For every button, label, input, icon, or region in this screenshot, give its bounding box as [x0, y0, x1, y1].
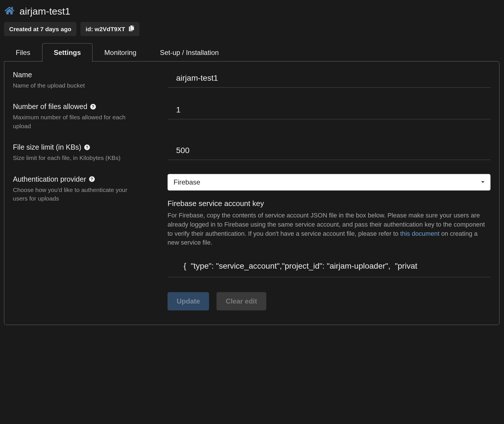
- numfiles-desc: Maximum number of files allowed for each…: [13, 113, 139, 130]
- id-chip: id: w2VdT9XT: [80, 22, 139, 36]
- created-at-chip: Created at 7 days ago: [4, 22, 76, 36]
- sizelimit-label: File size limit (in KBs): [13, 143, 81, 151]
- tabs: Files Settings Monitoring Set-up / Insta…: [4, 43, 501, 62]
- page-title: airjam-test1: [19, 6, 70, 17]
- numfiles-input[interactable]: [168, 101, 491, 119]
- settings-panel: Name Name of the upload bucket Number of…: [4, 61, 499, 325]
- tab-settings[interactable]: Settings: [42, 43, 93, 62]
- auth-desc: Choose how you'd like to authenticate yo…: [13, 186, 139, 203]
- name-desc: Name of the upload bucket: [13, 81, 139, 90]
- tab-monitoring[interactable]: Monitoring: [92, 43, 148, 62]
- numfiles-label: Number of files allowed: [13, 102, 87, 111]
- copy-icon[interactable]: [129, 25, 134, 33]
- created-at-text: Created at 7 days ago: [9, 26, 71, 33]
- name-label: Name: [13, 71, 162, 79]
- help-icon[interactable]: ?: [90, 104, 96, 110]
- name-input[interactable]: [168, 70, 491, 88]
- doc-link[interactable]: this document: [400, 230, 440, 237]
- help-icon[interactable]: ?: [89, 176, 95, 182]
- service-key-input[interactable]: [168, 247, 491, 277]
- sizelimit-desc: Size limit for each file, in Kilobytes (…: [13, 154, 139, 162]
- clear-edit-button[interactable]: Clear edit: [216, 292, 266, 310]
- service-key-desc: For Firebase, copy the contents of servi…: [168, 211, 491, 247]
- home-icon[interactable]: [5, 6, 14, 17]
- tab-setup[interactable]: Set-up / Installation: [148, 43, 230, 62]
- auth-label: Authentication provider: [13, 175, 86, 183]
- auth-provider-value: Firebase: [174, 178, 200, 186]
- service-key-heading: Firebase service account key: [168, 199, 491, 208]
- id-text: id: w2VdT9XT: [86, 26, 125, 33]
- tab-files[interactable]: Files: [4, 43, 42, 62]
- auth-provider-select[interactable]: Firebase: [168, 174, 491, 191]
- sizelimit-input[interactable]: [168, 142, 491, 160]
- update-button[interactable]: Update: [168, 292, 209, 310]
- chevron-down-icon: [481, 181, 485, 183]
- help-icon[interactable]: ?: [84, 144, 90, 150]
